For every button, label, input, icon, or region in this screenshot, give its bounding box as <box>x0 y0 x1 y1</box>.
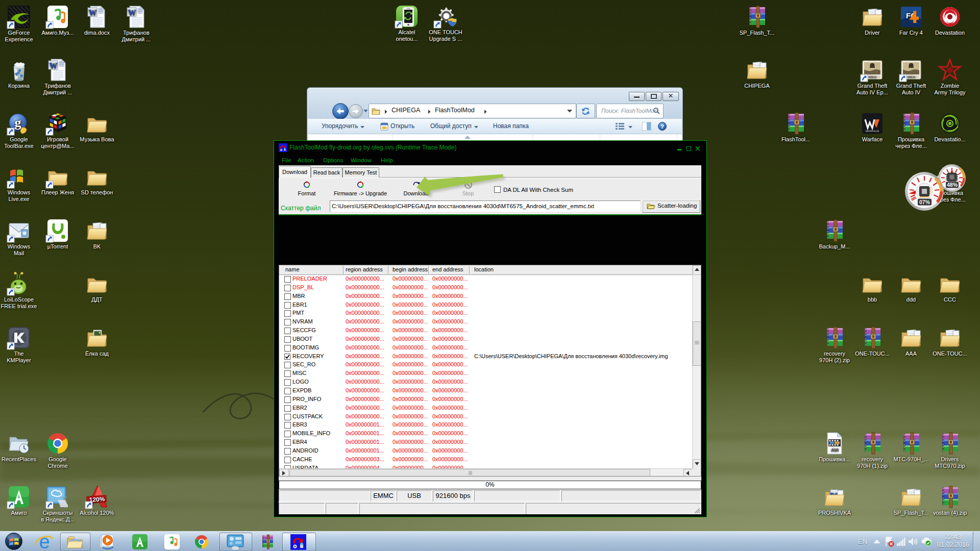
svg-text:48%: 48% <box>947 182 958 188</box>
svg-text:?: ? <box>660 123 664 130</box>
svg-text:e: e <box>39 533 50 551</box>
svg-text:07%: 07% <box>919 199 930 205</box>
